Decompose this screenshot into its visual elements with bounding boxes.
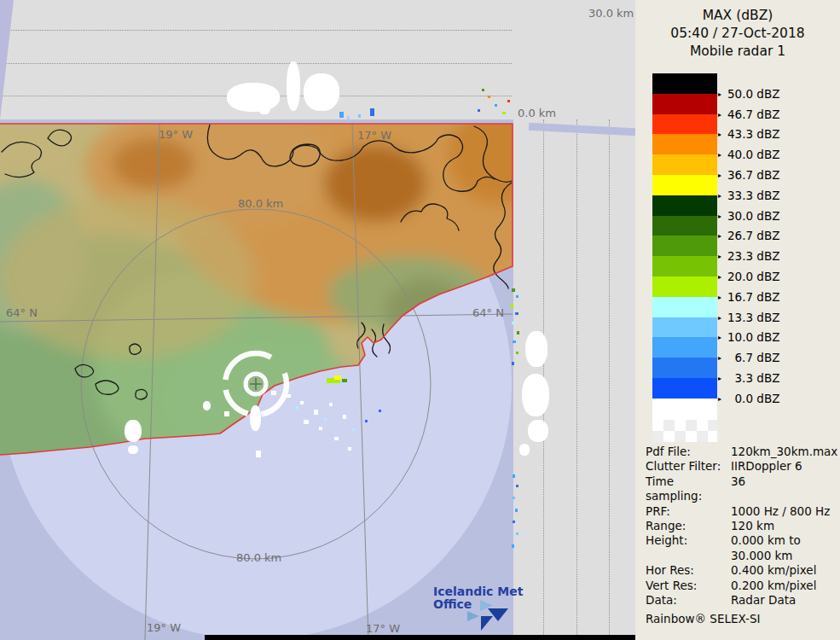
metadata-row: Height:0.000 km to	[646, 533, 838, 548]
product-title: MAX (dBZ)	[635, 7, 840, 25]
info-side-panel: MAX (dBZ) 05:40 / 27-Oct-2018 Mobile rad…	[635, 0, 840, 640]
legend-tick-arrow-icon: ▸	[718, 151, 721, 159]
color-scale-white-band	[652, 399, 717, 420]
metadata-label	[646, 549, 731, 563]
legend-tick-arrow-icon: ▸	[718, 111, 721, 119]
latitude-label-64n-left: 64° N	[6, 306, 38, 319]
logo-text-line1: Icelandic Met	[433, 585, 527, 598]
echo-speck	[128, 445, 138, 454]
echo-speck	[516, 532, 518, 535]
echo-speck	[351, 428, 354, 431]
metadata-label: Range:	[646, 519, 731, 533]
echo-speck	[287, 61, 300, 111]
legend-band-13.3	[652, 297, 717, 317]
legend-tick-arrow-icon: ▸	[718, 334, 721, 341]
legend-tick-arrow-icon: ▸	[718, 375, 721, 382]
legend-label: ▸26.7 dBZ	[718, 228, 779, 243]
range-ring-label-bottom: 80.0 km	[236, 551, 281, 564]
echo-speck	[513, 340, 516, 343]
echo-speck	[347, 116, 350, 119]
echo-speck	[502, 112, 506, 114]
legend-tick-arrow-icon: ▸	[718, 131, 721, 138]
panel-header: MAX (dBZ) 05:40 / 27-Oct-2018 Mobile rad…	[635, 0, 840, 61]
legend-label: ▸46.7 dBZ	[718, 107, 779, 122]
legend-tick-arrow-icon: ▸	[718, 253, 721, 260]
legend-label: ▸36.7 dBZ	[718, 167, 779, 183]
product-metadata: Pdf File:120km_30km.maxClutter Filter:II…	[646, 445, 838, 626]
longitude-label-19w-bottom: 19° W	[147, 621, 181, 634]
radar-name: Mobile radar 1	[635, 43, 840, 61]
echo-speck	[250, 405, 261, 431]
legend-label: ▸10.0 dBZ	[718, 329, 779, 345]
radar-app-window: 30.0 km 0.0 km 19° W 17° W 80.0 km 64° N…	[0, 0, 840, 640]
legend-band-30.0	[652, 195, 717, 216]
legend-label: ▸3.3 dBZ	[718, 370, 779, 386]
height-gridline	[576, 119, 577, 640]
echo-speck	[512, 497, 515, 499]
legend-tick-arrow-icon: ▸	[718, 273, 721, 281]
metadata-label: Pdf File:	[646, 445, 731, 459]
legend-tick-arrow-icon: ▸	[718, 314, 721, 322]
echo-speck	[258, 102, 270, 114]
echo-speck	[379, 410, 381, 412]
echo-speck	[488, 96, 490, 98]
metadata-value: IIRDoppler 6	[731, 459, 838, 474]
metadata-label: Vert Res:	[646, 579, 731, 593]
latitude-label-64n-right: 64° N	[472, 306, 504, 319]
echo-speck	[515, 509, 518, 512]
echo-speck	[512, 322, 514, 324]
echo-speck	[224, 411, 229, 416]
metadata-row: Data:Radar Data	[646, 593, 838, 608]
echo-speck	[339, 112, 344, 118]
color-scale	[652, 73, 717, 442]
color-scale-bands	[652, 73, 717, 399]
metadata-value: 30.000 km	[731, 549, 838, 563]
echo-speck	[365, 420, 368, 422]
legend-label: ▸33.3 dBZ	[718, 188, 779, 203]
echo-speck	[516, 352, 518, 354]
legend-label: ▸20.0 dBZ	[718, 269, 779, 284]
echo-speck	[528, 420, 548, 442]
legend-band-33.3	[652, 175, 717, 195]
echo-speck	[512, 544, 514, 548]
echo-speck	[334, 375, 341, 380]
height-gridline	[0, 30, 512, 31]
legend-band-16.7	[652, 276, 717, 297]
echo-speck	[343, 415, 346, 419]
echo-speck	[517, 331, 519, 335]
metadata-label: Time sampling:	[646, 474, 731, 504]
legend-band-3.3	[652, 358, 717, 378]
legend-label: ▸16.7 dBZ	[718, 289, 779, 305]
echo-speck	[329, 403, 333, 406]
metadata-row: PRF:1000 Hz / 800 Hz	[646, 504, 838, 519]
legend-band-20.0	[652, 256, 717, 276]
longitude-label-19w-top: 19° W	[159, 128, 193, 141]
echo-speck	[304, 73, 339, 111]
echo-speck	[227, 83, 280, 112]
metadata-row: Pdf File:120km_30km.max	[646, 445, 838, 459]
metadata-value: 1000 Hz / 800 Hz	[731, 504, 838, 519]
echo-speck	[516, 485, 518, 487]
echo-speck	[512, 362, 514, 365]
legend-tick-arrow-icon: ▸	[718, 192, 721, 200]
software-branding: Rainbow® SELEX-SI	[646, 612, 838, 626]
echo-speck	[314, 410, 318, 415]
legend-band-40.0	[652, 134, 717, 154]
legend-label: ▸13.3 dBZ	[718, 310, 779, 325]
legend-tick-arrow-icon: ▸	[718, 395, 721, 403]
scan-timestamp: 05:40 / 27-Oct-2018	[635, 25, 840, 43]
echo-speck	[519, 444, 530, 456]
metadata-row: Vert Res:0.200 km/pixel	[646, 579, 838, 593]
height-gridline	[0, 63, 512, 64]
height-scale-max-label: 30.0 km	[588, 7, 633, 20]
logo-triangle-icon	[488, 608, 508, 621]
legend-label: ▸43.3 dBZ	[718, 126, 779, 142]
metadata-row: Hor Res:0.400 km/pixel	[646, 563, 838, 578]
metadata-value: 120 km	[731, 519, 838, 533]
echo-speck	[300, 401, 304, 404]
legend-band-10.0	[652, 317, 717, 338]
legend-label: ▸40.0 dBZ	[718, 147, 779, 162]
legend-tick-arrow-icon: ▸	[718, 354, 721, 362]
echo-speck	[516, 295, 518, 298]
icelandic-met-office-logo: Icelandic Met Office	[433, 585, 527, 633]
